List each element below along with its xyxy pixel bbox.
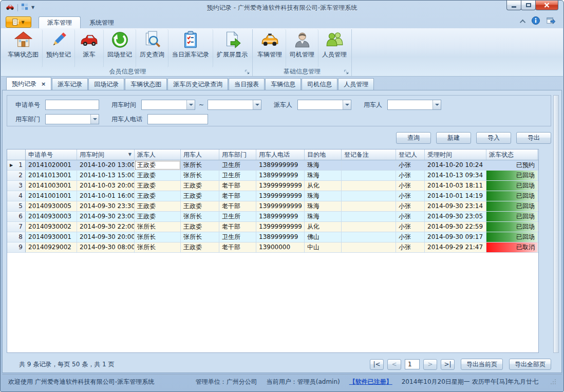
cell[interactable]: 1389999999	[256, 212, 305, 221]
cell[interactable]: 2014-09-30 22:00	[77, 222, 135, 232]
column-header-7[interactable]: 登记备注	[342, 150, 396, 160]
status-cell[interactable]: 已预约	[486, 160, 538, 170]
cell[interactable]: 20141013001	[26, 171, 77, 180]
cell[interactable]: 从化	[305, 222, 342, 232]
status-cell[interactable]: 已回场	[486, 201, 538, 211]
row-indicator-cell[interactable]: 2	[7, 171, 26, 180]
cell[interactable]: 20140930005	[26, 201, 77, 211]
status-cell[interactable]: 已回场	[486, 191, 538, 201]
doc-tab-8[interactable]: 人员管理	[338, 78, 374, 90]
cell[interactable]: 中山	[305, 242, 342, 252]
cell[interactable]: 20141003001	[26, 181, 77, 191]
ribbon-button-daily-list[interactable]: 当日派车记录	[168, 29, 213, 67]
cell[interactable]: 珠海	[305, 201, 342, 211]
dialog-launcher-icon[interactable]	[245, 69, 250, 74]
cell[interactable]	[342, 242, 396, 252]
filter-dropdown-icon[interactable]: ▼	[128, 150, 131, 160]
cell[interactable]	[342, 171, 396, 180]
cell[interactable]: 2014-10-20 13:00	[77, 160, 135, 170]
cell[interactable]: 2014-09-30 23:05	[425, 212, 486, 221]
table-row[interactable]: 9201409290022014-09-30 08:00张所长王政委老干部139…	[7, 242, 538, 253]
row-indicator-cell[interactable]: 4	[7, 191, 26, 201]
cell[interactable]: 张所长	[135, 242, 181, 252]
column-header-10[interactable]: 派车状态	[486, 150, 538, 160]
combo-dropdown-icon[interactable]	[253, 100, 261, 109]
prev-page-button[interactable]: <	[387, 359, 401, 370]
minimize-button[interactable]	[506, 1, 521, 10]
cell[interactable]: 王政委	[181, 222, 219, 232]
cell[interactable]: 王政委	[181, 242, 219, 252]
status-cell[interactable]: 已回场	[486, 232, 538, 242]
cell[interactable]: 2014-09-30 08:00	[77, 242, 135, 252]
action-button-0[interactable]: 查询	[396, 132, 431, 144]
cell[interactable]: 卫生所	[219, 171, 256, 180]
table-row[interactable]: ▶1201410200012014-10-20 13:00王政委张所长卫生所13…	[7, 160, 538, 171]
combo-dropdown-icon[interactable]	[433, 100, 441, 109]
dispatcher-combo[interactable]	[297, 100, 351, 110]
row-indicator-cell[interactable]: ▶1	[7, 160, 26, 170]
cell[interactable]: 卫生所	[219, 212, 256, 221]
cell[interactable]: 2014-09-30 23:14	[425, 201, 486, 211]
cell[interactable]: 2014-10-03 20:00	[77, 181, 135, 191]
resize-grip[interactable]	[551, 379, 556, 384]
table-row[interactable]: 5201409300052014-09-30 23:30王政委王政委老干部139…	[7, 201, 538, 212]
cell[interactable]: 张所长	[135, 222, 181, 232]
dialog-launcher-icon[interactable]	[344, 69, 349, 74]
cell[interactable]: 王政委	[135, 212, 181, 221]
ribbon-button-return-recycle[interactable]: 回场登记	[104, 29, 136, 67]
cell[interactable]: 2014-10-03 18:11	[425, 181, 486, 191]
cell[interactable]: 小张	[396, 232, 425, 242]
action-button-1[interactable]: 新建	[436, 132, 471, 144]
cell[interactable]: 珠海	[305, 191, 342, 201]
cell[interactable]	[342, 191, 396, 201]
doc-tab-5[interactable]: 当日报表	[229, 78, 265, 90]
cell[interactable]: 2014-09-30 09:17	[425, 232, 486, 242]
cell[interactable]: 13999999999	[256, 201, 305, 211]
status-cell[interactable]: 已回场	[486, 181, 538, 191]
ribbon-button-people[interactable]: 人员管理	[318, 29, 350, 67]
ribbon-button-red-car[interactable]: 派车	[75, 29, 104, 67]
cell[interactable]: 20140930003	[26, 212, 77, 221]
table-row[interactable]: 8201409300012014-09-30 20:00张所长张所长卫生所138…	[7, 232, 538, 242]
cell[interactable]: 王政委	[181, 191, 219, 201]
cell[interactable]: 20140929002	[26, 242, 77, 252]
close-button[interactable]	[535, 1, 558, 10]
tab-close-icon[interactable]: ×	[41, 81, 46, 87]
cell[interactable]: 佛山	[305, 232, 342, 242]
first-page-button[interactable]: |<	[370, 359, 384, 370]
cell[interactable]: 2014-10-20 10:24	[425, 160, 486, 170]
cell[interactable]: 王政委	[135, 181, 181, 191]
cell[interactable]: 小张	[396, 160, 425, 170]
export-current-page-button[interactable]: 导出当前页	[461, 359, 503, 370]
cell[interactable]	[342, 212, 396, 221]
cell[interactable]: 珠海	[305, 160, 342, 170]
cell[interactable]: 20141001001	[26, 191, 77, 201]
cell[interactable]: 老干部	[219, 201, 256, 211]
combo-dropdown-icon[interactable]	[343, 100, 351, 109]
cell[interactable]: 1389999999	[256, 160, 305, 170]
combo-dropdown-icon[interactable]	[90, 115, 99, 124]
column-header-9[interactable]: 受理时间	[425, 150, 486, 160]
row-indicator-cell[interactable]: 6	[7, 212, 26, 221]
cell[interactable]: 小张	[396, 181, 425, 191]
cell[interactable]: 20140930001	[26, 232, 77, 242]
use-time-to-combo[interactable]	[208, 100, 261, 110]
cell[interactable]: 小张	[396, 222, 425, 232]
row-indicator-cell[interactable]: 9	[7, 242, 26, 252]
ribbon-button-vehicle-manage[interactable]: 车辆管理	[254, 29, 286, 67]
cell[interactable]: 珠海	[305, 212, 342, 221]
doc-tab-3[interactable]: 车辆状态图	[125, 78, 167, 90]
cell[interactable]: 2014-10-01 16:00	[77, 191, 135, 201]
cell[interactable]: 王政委	[135, 171, 181, 180]
application-button[interactable]: ▼	[6, 16, 31, 28]
last-page-button[interactable]: >|	[441, 359, 455, 370]
department-combo[interactable]	[45, 114, 99, 124]
cell[interactable]: 张所长	[181, 212, 219, 221]
cell[interactable]: 小张	[396, 191, 425, 201]
cell[interactable]: 1389999999	[256, 232, 305, 242]
cell[interactable]: 张所长	[181, 160, 219, 170]
export-all-pages-button[interactable]: 导出全部页	[509, 359, 551, 370]
table-row[interactable]: 7201409300022014-09-30 22:00张所长王政委老干部139…	[7, 222, 538, 232]
cell[interactable]: 20140930002	[26, 222, 77, 232]
column-header-4[interactable]: 用车部门	[219, 150, 256, 160]
